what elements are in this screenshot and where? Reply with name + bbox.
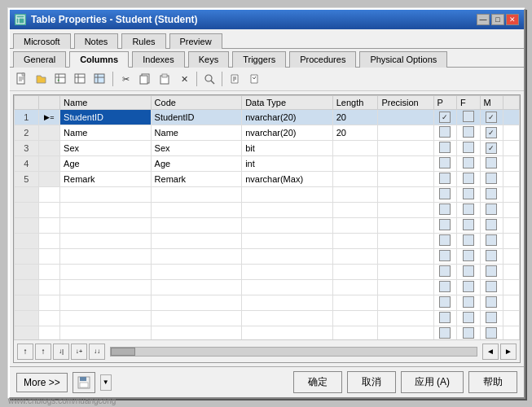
nav-add-button[interactable]: ↓+ bbox=[71, 344, 87, 360]
cut-button[interactable]: ✂ bbox=[117, 70, 134, 88]
table-row[interactable]: 2 Name Name nvarchar(20) 20 bbox=[15, 125, 520, 141]
cell-f[interactable] bbox=[457, 110, 481, 125]
tab-indexes[interactable]: Indexes bbox=[132, 51, 185, 68]
cell-f[interactable] bbox=[457, 141, 481, 156]
tab-columns[interactable]: Columns bbox=[69, 51, 129, 68]
tab-physical-options[interactable]: Physical Options bbox=[359, 51, 447, 68]
nav-next-button[interactable]: ↓| bbox=[53, 344, 69, 360]
nav-prev-button[interactable]: ↑ bbox=[35, 344, 51, 360]
nav-last-button[interactable]: ↓↓ bbox=[89, 344, 105, 360]
cell-p[interactable] bbox=[433, 172, 457, 187]
scroll-area[interactable]: Name Code Data Type Length Precision P F… bbox=[14, 95, 520, 339]
table-row-empty bbox=[15, 326, 520, 340]
scrollbar-thumb bbox=[111, 348, 135, 356]
cell-name[interactable]: Age bbox=[60, 156, 152, 172]
cell-f[interactable] bbox=[457, 156, 481, 172]
minimize-button[interactable]: — bbox=[477, 14, 490, 25]
save-dropdown-area: ▼ bbox=[100, 374, 112, 391]
horizontal-scrollbar[interactable] bbox=[110, 347, 477, 357]
delete-button[interactable]: ✕ bbox=[175, 70, 193, 88]
tab-keys[interactable]: Keys bbox=[188, 51, 229, 68]
cell-name[interactable]: Name bbox=[60, 125, 152, 141]
cell-precision[interactable] bbox=[378, 172, 433, 187]
tab-procedures[interactable]: Procedures bbox=[289, 51, 356, 68]
col-header-name: Name bbox=[60, 96, 152, 110]
cell-code[interactable]: Remark bbox=[151, 172, 242, 187]
cell-code[interactable]: Sex bbox=[151, 141, 242, 156]
table-row[interactable]: 3 Sex Sex bit bbox=[15, 141, 520, 156]
scroll-right-button[interactable]: ► bbox=[500, 344, 517, 360]
close-button[interactable]: ✕ bbox=[506, 14, 519, 25]
copy-button[interactable] bbox=[136, 70, 154, 88]
cell-f[interactable] bbox=[457, 172, 481, 187]
cell-code[interactable]: StudentID bbox=[151, 110, 242, 125]
table-container: Name Code Data Type Length Precision P F… bbox=[13, 94, 521, 363]
open-button[interactable] bbox=[33, 70, 51, 88]
cell-length[interactable] bbox=[332, 172, 378, 187]
cell-p[interactable] bbox=[433, 110, 457, 125]
cell-length[interactable]: 20 bbox=[332, 125, 378, 141]
scroll-left-button[interactable]: ◄ bbox=[482, 344, 499, 360]
cell-name[interactable]: Remark bbox=[60, 172, 152, 187]
find-button[interactable] bbox=[200, 70, 218, 88]
table-props-button[interactable] bbox=[72, 70, 90, 88]
cell-m[interactable] bbox=[480, 172, 503, 187]
nav-first-button[interactable]: ↑ bbox=[17, 344, 33, 360]
row-num: 5 bbox=[15, 172, 39, 187]
table-row-empty bbox=[15, 249, 520, 265]
cell-p[interactable] bbox=[433, 156, 457, 172]
new-button[interactable] bbox=[13, 70, 31, 88]
table-row[interactable]: 1 ▶= StudentID StudentID nvarchar(20) 20 bbox=[15, 110, 520, 125]
tab-notes[interactable]: Notes bbox=[74, 33, 119, 49]
table-row-empty bbox=[15, 295, 520, 311]
cancel-button[interactable]: 取消 bbox=[347, 371, 396, 393]
table-row[interactable]: 5 Remark Remark nvarchar(Max) bbox=[15, 172, 520, 187]
table-row[interactable]: 4 Age Age int bbox=[15, 156, 520, 172]
cell-p[interactable] bbox=[433, 141, 457, 156]
cell-length[interactable]: 20 bbox=[332, 110, 378, 125]
paste-button[interactable] bbox=[156, 70, 174, 88]
cell-m[interactable] bbox=[480, 156, 503, 172]
maximize-button[interactable]: □ bbox=[491, 14, 504, 25]
table-add-button[interactable]: + bbox=[52, 70, 70, 88]
cell-p[interactable] bbox=[433, 125, 457, 141]
save-dropdown-button[interactable]: ▼ bbox=[100, 374, 112, 391]
properties-button[interactable] bbox=[226, 70, 244, 88]
cell-precision[interactable] bbox=[378, 110, 433, 125]
cell-datatype[interactable]: int bbox=[242, 156, 333, 172]
cell-datatype[interactable]: bit bbox=[242, 141, 333, 156]
svg-rect-18 bbox=[140, 76, 147, 84]
cell-name[interactable]: StudentID bbox=[60, 110, 152, 125]
confirm-button[interactable]: 确定 bbox=[293, 371, 342, 393]
tab-general[interactable]: General bbox=[13, 51, 66, 68]
tab-microsoft[interactable]: Microsoft bbox=[13, 33, 71, 49]
more-button[interactable]: More >> bbox=[16, 373, 68, 392]
cell-precision[interactable] bbox=[378, 125, 433, 141]
cell-length[interactable] bbox=[332, 156, 378, 172]
watermark: www.cnblogs.com/huangcong bbox=[8, 396, 116, 405]
cell-code[interactable]: Age bbox=[151, 156, 242, 172]
cell-m[interactable] bbox=[480, 125, 503, 141]
title-buttons: — □ ✕ bbox=[477, 14, 519, 25]
svg-rect-27 bbox=[80, 377, 86, 381]
tab-triggers[interactable]: Triggers bbox=[232, 51, 286, 68]
copy-table-button[interactable] bbox=[91, 70, 109, 88]
cell-f[interactable] bbox=[457, 125, 481, 141]
cell-length[interactable] bbox=[332, 141, 378, 156]
tab-rules[interactable]: Rules bbox=[121, 33, 165, 49]
tab-preview[interactable]: Preview bbox=[169, 33, 222, 49]
apply-button[interactable]: 应用 (A) bbox=[401, 371, 464, 393]
cell-datatype[interactable]: nvarchar(Max) bbox=[242, 172, 333, 187]
cell-precision[interactable] bbox=[378, 156, 433, 172]
cell-code[interactable]: Name bbox=[151, 125, 242, 141]
cell-name[interactable]: Sex bbox=[60, 141, 152, 156]
cell-datatype[interactable]: nvarchar(20) bbox=[242, 125, 333, 141]
save-button[interactable] bbox=[73, 372, 95, 393]
cell-datatype[interactable]: nvarchar(20) bbox=[242, 110, 333, 125]
cell-m[interactable] bbox=[480, 141, 503, 156]
cell-m[interactable] bbox=[480, 110, 503, 125]
cell-precision[interactable] bbox=[378, 141, 433, 156]
help-button[interactable]: 帮助 bbox=[468, 371, 517, 393]
svg-rect-0 bbox=[16, 15, 24, 24]
advanced-button[interactable] bbox=[245, 70, 263, 88]
